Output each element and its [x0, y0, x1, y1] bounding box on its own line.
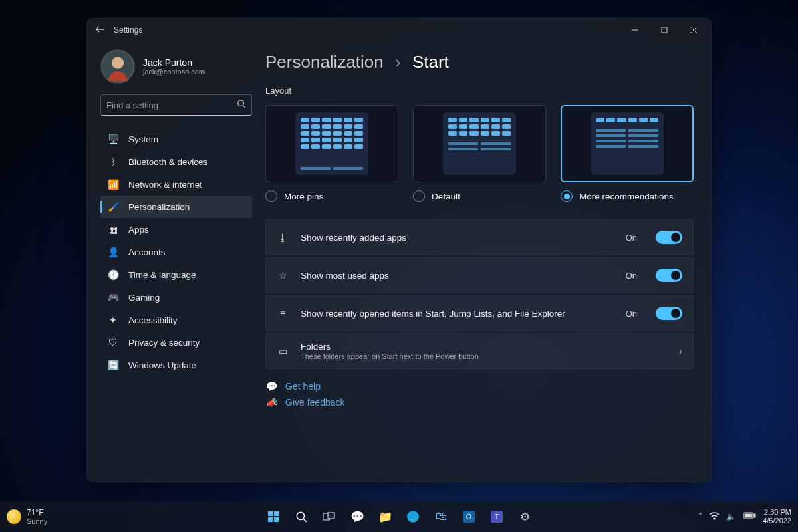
- weather-widget[interactable]: 71°F Sunny: [7, 508, 47, 525]
- breadcrumb: Personalization › Start: [265, 52, 694, 72]
- outlook-icon[interactable]: O: [456, 504, 481, 529]
- explorer-icon[interactable]: 📁: [372, 504, 398, 529]
- nav-item-personalization[interactable]: 🖌️Personalization: [100, 196, 252, 218]
- search-input[interactable]: [106, 100, 237, 110]
- help-label: Give feedback: [285, 397, 345, 408]
- chat-icon[interactable]: 💬: [344, 504, 370, 529]
- help-link[interactable]: 📣Give feedback: [265, 397, 694, 408]
- svg-line-7: [243, 106, 246, 108]
- nav-item-system[interactable]: 🖥️System: [100, 128, 252, 150]
- layout-label: More pins: [284, 192, 323, 201]
- nav-label: Bluetooth & devices: [128, 157, 207, 167]
- setting-row[interactable]: ⭳Show recently added appsOn: [265, 219, 694, 255]
- store-icon[interactable]: 🛍: [428, 504, 454, 529]
- layout-option-more-pins[interactable]: More pins: [265, 105, 398, 202]
- breadcrumb-parent[interactable]: Personalization: [265, 52, 384, 72]
- nav-label: Time & language: [128, 270, 196, 280]
- setting-label: Show most used apps: [301, 271, 389, 281]
- svg-point-12: [297, 512, 304, 519]
- toggle-switch[interactable]: [656, 269, 682, 282]
- toggle-state: On: [626, 271, 637, 281]
- start-icon[interactable]: [261, 504, 286, 529]
- volume-icon[interactable]: 🔈: [726, 512, 736, 521]
- layout-preview: [561, 105, 694, 182]
- layout-options: More pins Default More recommendations: [265, 105, 694, 202]
- settings-taskbar-icon[interactable]: ⚙: [512, 504, 537, 529]
- maximize-button[interactable]: [650, 19, 679, 41]
- nav-icon: 📶: [107, 179, 119, 190]
- svg-rect-15: [328, 512, 334, 519]
- nav-icon: ✦: [107, 315, 119, 325]
- setting-row[interactable]: ☆Show most used appsOn: [265, 257, 694, 293]
- desktop: Settings Jack Purton jack@contoso.com: [0, 0, 798, 532]
- search-box[interactable]: [100, 94, 252, 116]
- setting-icon: ▭: [277, 346, 289, 356]
- toggle-switch[interactable]: [656, 231, 682, 244]
- clock[interactable]: 2:30 PM 4/5/2022: [763, 508, 791, 525]
- help-link[interactable]: 💬Get help: [265, 381, 694, 392]
- setting-row[interactable]: ≡Show recently opened items in Start, Ju…: [265, 295, 694, 331]
- setting-label: Show recently added apps: [301, 233, 406, 243]
- svg-text:T: T: [495, 513, 499, 521]
- system-tray: ˄ 🔈 2:30 PM 4/5/2022: [698, 508, 791, 525]
- nav-label: Network & internet: [128, 180, 202, 190]
- nav-label: Gaming: [128, 293, 160, 303]
- search-taskbar-icon[interactable]: [289, 504, 314, 529]
- sidebar: Jack Purton jack@contoso.com 🖥️SystemᛒBl…: [87, 41, 260, 481]
- taskview-icon[interactable]: [317, 504, 342, 529]
- svg-point-21: [714, 518, 715, 519]
- nav-item-time-language[interactable]: 🕘Time & language: [100, 263, 252, 286]
- nav-item-apps[interactable]: ▦Apps: [100, 218, 252, 241]
- nav-icon: 🔄: [107, 360, 119, 370]
- svg-point-6: [238, 100, 244, 106]
- user-email: jack@contoso.com: [143, 68, 205, 76]
- layout-option-default[interactable]: Default: [413, 105, 546, 202]
- nav-item-accounts[interactable]: 👤Accounts: [100, 241, 252, 263]
- settings-rows: ⭳Show recently added appsOn☆Show most us…: [265, 219, 694, 369]
- main-content: Personalization › Start Layout More pins…: [260, 41, 711, 481]
- nav-icon: 🎮: [107, 292, 119, 303]
- svg-point-5: [112, 57, 124, 68]
- settings-window: Settings Jack Purton jack@contoso.com: [86, 18, 712, 482]
- setting-label: Show recently opened items in Start, Jum…: [301, 309, 565, 319]
- minimize-button[interactable]: [620, 19, 650, 41]
- layout-label: Default: [432, 192, 460, 201]
- nav-icon: 🛡: [107, 337, 119, 348]
- svg-rect-23: [754, 514, 755, 517]
- nav-item-bluetooth-devices[interactable]: ᛒBluetooth & devices: [100, 150, 252, 173]
- svg-rect-8: [268, 511, 273, 516]
- setting-icon: ☆: [277, 270, 289, 281]
- layout-preview: [413, 105, 546, 182]
- user-account[interactable]: Jack Purton jack@contoso.com: [100, 49, 252, 84]
- setting-row[interactable]: ▭FoldersThese folders appear on Start ne…: [265, 333, 694, 369]
- nav-item-network-internet[interactable]: 📶Network & internet: [100, 173, 252, 196]
- tray-overflow-icon[interactable]: ˄: [698, 512, 702, 521]
- search-icon: [237, 99, 246, 111]
- teams-icon[interactable]: T: [484, 504, 509, 529]
- layout-label: More recommendations: [579, 192, 674, 201]
- edge-icon[interactable]: [400, 504, 426, 529]
- svg-rect-9: [274, 511, 279, 516]
- help-links: 💬Get help📣Give feedback: [265, 381, 694, 408]
- taskbar-center: 💬 📁 🛍 O T ⚙: [261, 504, 537, 529]
- nav-item-accessibility[interactable]: ✦Accessibility: [100, 309, 252, 331]
- layout-option-more-recommendations[interactable]: More recommendations: [561, 105, 694, 202]
- nav-icon: 👤: [107, 247, 119, 257]
- svg-rect-24: [745, 514, 752, 517]
- svg-rect-1: [662, 27, 667, 33]
- toggle-switch[interactable]: [656, 307, 682, 320]
- weather-temp: 71°F: [27, 508, 47, 517]
- nav-item-gaming[interactable]: 🎮Gaming: [100, 286, 252, 309]
- help-icon: 📣: [265, 397, 277, 408]
- nav-item-windows-update[interactable]: 🔄Windows Update: [100, 354, 252, 376]
- nav-icon: 🕘: [107, 269, 119, 280]
- nav-item-privacy-security[interactable]: 🛡Privacy & security: [100, 331, 252, 354]
- nav-label: System: [128, 134, 158, 144]
- titlebar: Settings: [87, 19, 711, 41]
- wifi-icon[interactable]: [709, 512, 720, 522]
- nav-label: Privacy & security: [128, 338, 200, 348]
- nav-label: Windows Update: [128, 360, 196, 370]
- back-button[interactable]: [90, 25, 111, 36]
- battery-icon[interactable]: [743, 512, 756, 521]
- close-button[interactable]: [679, 19, 708, 41]
